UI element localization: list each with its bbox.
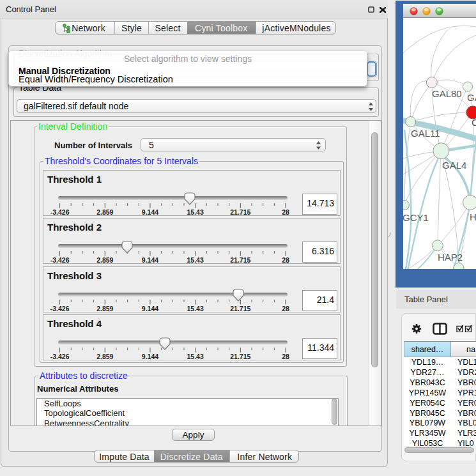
svg-text:C: C <box>472 117 476 128</box>
svg-text:GAL80: GAL80 <box>432 88 462 99</box>
svg-text:GAL11: GAL11 <box>411 128 440 139</box>
svg-text:GAL4: GAL4 <box>442 160 466 171</box>
svg-text:GCY1: GCY1 <box>403 212 429 223</box>
svg-text:GA: GA <box>467 92 476 103</box>
svg-text:H: H <box>470 211 476 222</box>
svg-text:HAP2: HAP2 <box>438 252 463 263</box>
